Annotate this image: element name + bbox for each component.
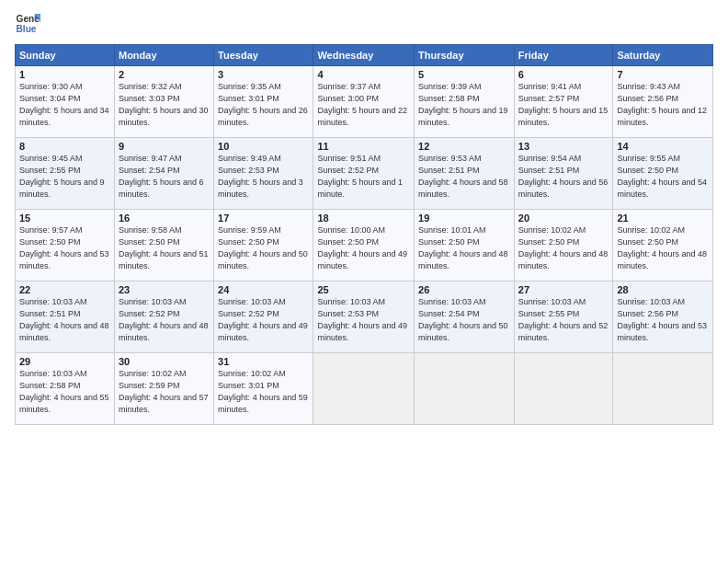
col-header-friday: Friday bbox=[514, 45, 613, 66]
day-cell: 11 Sunrise: 9:51 AMSunset: 2:52 PMDaylig… bbox=[313, 138, 415, 210]
day-cell: 1 Sunrise: 9:30 AMSunset: 3:04 PMDayligh… bbox=[16, 66, 115, 138]
day-detail: Sunrise: 9:47 AMSunset: 2:54 PMDaylight:… bbox=[119, 154, 204, 199]
day-number: 29 bbox=[19, 356, 110, 367]
day-detail: Sunrise: 10:03 AMSunset: 2:54 PMDaylight… bbox=[418, 297, 508, 342]
day-detail: Sunrise: 10:02 AMSunset: 2:59 PMDaylight… bbox=[119, 369, 209, 414]
day-detail: Sunrise: 10:03 AMSunset: 2:56 PMDaylight… bbox=[617, 297, 707, 342]
day-cell: 10 Sunrise: 9:49 AMSunset: 2:53 PMDaylig… bbox=[214, 138, 313, 210]
day-number: 12 bbox=[418, 141, 510, 152]
day-cell: 23 Sunrise: 10:03 AMSunset: 2:52 PMDayli… bbox=[114, 282, 213, 353]
col-header-thursday: Thursday bbox=[415, 45, 515, 66]
day-detail: Sunrise: 10:01 AMSunset: 2:50 PMDaylight… bbox=[418, 225, 508, 270]
day-number: 13 bbox=[518, 141, 609, 152]
day-detail: Sunrise: 10:03 AMSunset: 2:51 PMDaylight… bbox=[19, 297, 109, 342]
logo-icon: General Blue bbox=[15, 11, 40, 37]
day-number: 16 bbox=[119, 213, 210, 224]
day-cell: 31 Sunrise: 10:02 AMSunset: 3:01 PMDayli… bbox=[214, 353, 313, 425]
day-detail: Sunrise: 10:03 AMSunset: 2:53 PMDaylight… bbox=[317, 297, 407, 342]
day-cell: 26 Sunrise: 10:03 AMSunset: 2:54 PMDayli… bbox=[415, 282, 515, 353]
day-cell: 12 Sunrise: 9:53 AMSunset: 2:51 PMDaylig… bbox=[415, 138, 515, 210]
day-cell: 25 Sunrise: 10:03 AMSunset: 2:53 PMDayli… bbox=[313, 282, 415, 353]
day-cell: 18 Sunrise: 10:00 AMSunset: 2:50 PMDayli… bbox=[313, 210, 415, 282]
day-number: 30 bbox=[119, 356, 210, 367]
day-cell: 20 Sunrise: 10:02 AMSunset: 2:50 PMDayli… bbox=[514, 210, 613, 282]
day-cell: 14 Sunrise: 9:55 AMSunset: 2:50 PMDaylig… bbox=[613, 138, 713, 210]
day-number: 26 bbox=[418, 284, 510, 295]
day-cell: 17 Sunrise: 9:59 AMSunset: 2:50 PMDaylig… bbox=[214, 210, 313, 282]
day-cell bbox=[313, 353, 415, 425]
day-cell: 13 Sunrise: 9:54 AMSunset: 2:51 PMDaylig… bbox=[514, 138, 613, 210]
day-detail: Sunrise: 9:45 AMSunset: 2:55 PMDaylight:… bbox=[19, 154, 105, 199]
day-number: 31 bbox=[218, 356, 309, 367]
day-detail: Sunrise: 9:53 AMSunset: 2:51 PMDaylight:… bbox=[418, 154, 508, 199]
day-cell: 2 Sunrise: 9:32 AMSunset: 3:03 PMDayligh… bbox=[114, 66, 213, 138]
day-detail: Sunrise: 9:55 AMSunset: 2:50 PMDaylight:… bbox=[617, 154, 707, 199]
day-cell: 21 Sunrise: 10:02 AMSunset: 2:50 PMDayli… bbox=[613, 210, 713, 282]
day-number: 19 bbox=[418, 213, 510, 224]
day-detail: Sunrise: 9:54 AMSunset: 2:51 PMDaylight:… bbox=[518, 154, 609, 199]
day-number: 7 bbox=[617, 69, 709, 80]
day-cell: 27 Sunrise: 10:03 AMSunset: 2:55 PMDayli… bbox=[514, 282, 613, 353]
day-cell: 28 Sunrise: 10:03 AMSunset: 2:56 PMDayli… bbox=[613, 282, 713, 353]
week-row-3: 15 Sunrise: 9:57 AMSunset: 2:50 PMDaylig… bbox=[16, 210, 713, 282]
day-detail: Sunrise: 10:03 AMSunset: 2:55 PMDaylight… bbox=[518, 297, 609, 342]
day-number: 27 bbox=[518, 284, 609, 295]
day-cell: 7 Sunrise: 9:43 AMSunset: 2:56 PMDayligh… bbox=[613, 66, 713, 138]
day-detail: Sunrise: 10:00 AMSunset: 2:50 PMDaylight… bbox=[317, 225, 407, 270]
day-number: 11 bbox=[317, 141, 410, 152]
page: General Blue SundayMondayTuesdayWednesda… bbox=[0, 0, 728, 563]
day-number: 21 bbox=[617, 213, 709, 224]
day-number: 15 bbox=[19, 213, 110, 224]
day-cell: 9 Sunrise: 9:47 AMSunset: 2:54 PMDayligh… bbox=[114, 138, 213, 210]
day-cell bbox=[613, 353, 713, 425]
col-header-sunday: Sunday bbox=[16, 45, 115, 66]
day-cell: 22 Sunrise: 10:03 AMSunset: 2:51 PMDayli… bbox=[16, 282, 115, 353]
day-detail: Sunrise: 9:51 AMSunset: 2:52 PMDaylight:… bbox=[317, 154, 403, 199]
day-cell: 6 Sunrise: 9:41 AMSunset: 2:57 PMDayligh… bbox=[514, 66, 613, 138]
day-number: 9 bbox=[119, 141, 210, 152]
day-number: 8 bbox=[19, 141, 110, 152]
logo: General Blue bbox=[15, 11, 40, 37]
day-number: 14 bbox=[617, 141, 709, 152]
day-number: 25 bbox=[317, 284, 410, 295]
day-cell: 3 Sunrise: 9:35 AMSunset: 3:01 PMDayligh… bbox=[214, 66, 313, 138]
day-number: 20 bbox=[518, 213, 609, 224]
day-detail: Sunrise: 9:32 AMSunset: 3:03 PMDaylight:… bbox=[119, 82, 209, 127]
day-number: 22 bbox=[19, 284, 110, 295]
week-row-2: 8 Sunrise: 9:45 AMSunset: 2:55 PMDayligh… bbox=[16, 138, 713, 210]
day-cell: 29 Sunrise: 10:03 AMSunset: 2:58 PMDayli… bbox=[16, 353, 115, 425]
day-number: 28 bbox=[617, 284, 709, 295]
day-cell: 16 Sunrise: 9:58 AMSunset: 2:50 PMDaylig… bbox=[114, 210, 213, 282]
day-detail: Sunrise: 10:02 AMSunset: 3:01 PMDaylight… bbox=[218, 369, 308, 414]
day-cell: 8 Sunrise: 9:45 AMSunset: 2:55 PMDayligh… bbox=[16, 138, 115, 210]
week-row-5: 29 Sunrise: 10:03 AMSunset: 2:58 PMDayli… bbox=[16, 353, 713, 425]
day-number: 3 bbox=[218, 69, 309, 80]
week-row-4: 22 Sunrise: 10:03 AMSunset: 2:51 PMDayli… bbox=[16, 282, 713, 353]
day-number: 4 bbox=[317, 69, 410, 80]
day-detail: Sunrise: 9:35 AMSunset: 3:01 PMDaylight:… bbox=[218, 82, 308, 127]
day-number: 10 bbox=[218, 141, 309, 152]
day-detail: Sunrise: 10:02 AMSunset: 2:50 PMDaylight… bbox=[617, 225, 707, 270]
day-detail: Sunrise: 9:39 AMSunset: 2:58 PMDaylight:… bbox=[418, 82, 508, 127]
day-cell: 30 Sunrise: 10:02 AMSunset: 2:59 PMDayli… bbox=[114, 353, 213, 425]
day-cell bbox=[514, 353, 613, 425]
day-cell: 19 Sunrise: 10:01 AMSunset: 2:50 PMDayli… bbox=[415, 210, 515, 282]
day-detail: Sunrise: 10:03 AMSunset: 2:52 PMDaylight… bbox=[218, 297, 308, 342]
day-cell bbox=[415, 353, 515, 425]
col-header-monday: Monday bbox=[114, 45, 213, 66]
day-detail: Sunrise: 9:37 AMSunset: 3:00 PMDaylight:… bbox=[317, 82, 407, 127]
day-number: 1 bbox=[19, 69, 110, 80]
day-number: 17 bbox=[218, 213, 309, 224]
day-cell: 15 Sunrise: 9:57 AMSunset: 2:50 PMDaylig… bbox=[16, 210, 115, 282]
day-number: 2 bbox=[119, 69, 210, 80]
col-header-wednesday: Wednesday bbox=[313, 45, 415, 66]
day-detail: Sunrise: 10:03 AMSunset: 2:58 PMDaylight… bbox=[19, 369, 109, 414]
header-row: SundayMondayTuesdayWednesdayThursdayFrid… bbox=[16, 45, 713, 66]
calendar-table: SundayMondayTuesdayWednesdayThursdayFrid… bbox=[15, 44, 713, 425]
day-cell: 4 Sunrise: 9:37 AMSunset: 3:00 PMDayligh… bbox=[313, 66, 415, 138]
day-detail: Sunrise: 9:58 AMSunset: 2:50 PMDaylight:… bbox=[119, 225, 209, 270]
day-number: 5 bbox=[418, 69, 510, 80]
day-number: 18 bbox=[317, 213, 410, 224]
day-detail: Sunrise: 9:30 AMSunset: 3:04 PMDaylight:… bbox=[19, 82, 109, 127]
day-cell: 5 Sunrise: 9:39 AMSunset: 2:58 PMDayligh… bbox=[415, 66, 515, 138]
